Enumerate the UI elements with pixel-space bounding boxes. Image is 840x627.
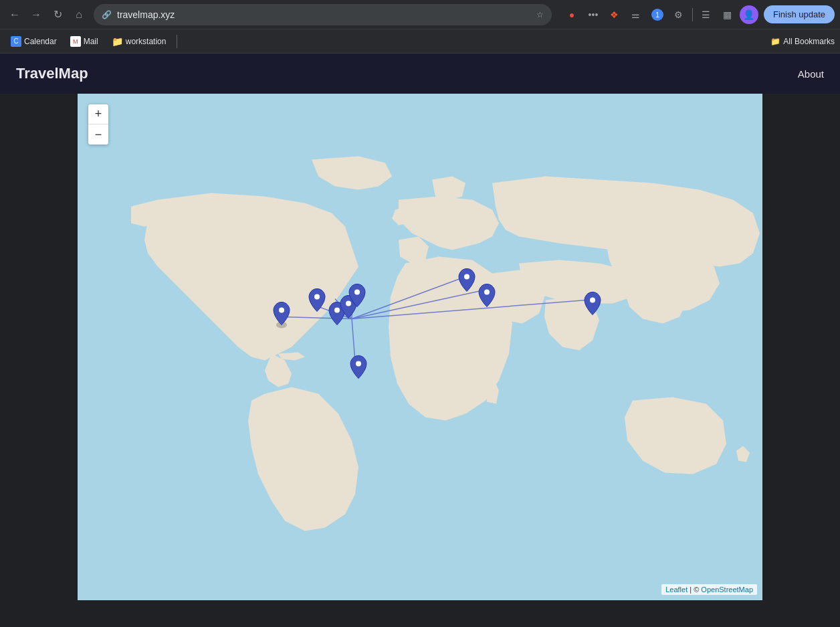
folder-icon-all: 📁 <box>770 37 780 46</box>
app-title: TravelMap <box>16 65 88 82</box>
svg-point-12 <box>334 308 340 313</box>
osm-link[interactable]: OpenStreetMap <box>701 586 753 594</box>
sidebar-icon[interactable]: ▦ <box>718 5 737 24</box>
reload-button[interactable]: ↻ <box>48 5 67 24</box>
map-attribution: Leaflet | © OpenStreetMap <box>661 584 757 595</box>
bookmarks-separator <box>177 35 177 48</box>
profile-avatar[interactable]: 👤 <box>740 5 758 24</box>
svg-point-16 <box>464 274 469 280</box>
zoom-in-button[interactable]: + <box>88 104 108 124</box>
folder-icon: 📁 <box>112 36 123 47</box>
bookmark-workstation[interactable]: 📁 workstation <box>106 33 172 50</box>
brave-icon[interactable]: ❖ <box>605 5 624 24</box>
calendar-label: Calendar <box>24 37 57 46</box>
stack-icon[interactable]: ⚌ <box>627 5 645 24</box>
mail-label: Mail <box>84 37 98 46</box>
bookmark-calendar[interactable]: C Calendar <box>5 33 62 50</box>
separator <box>692 8 693 21</box>
nav-buttons: ← → ↻ ⌂ <box>5 5 88 24</box>
zoom-out-button[interactable]: − <box>88 124 108 145</box>
bookmark-star-icon: ☆ <box>536 10 544 19</box>
svg-point-14 <box>354 290 360 295</box>
finish-update-button[interactable]: Finish update <box>764 5 835 23</box>
url-display: travelmap.xyz <box>117 9 531 20</box>
svg-point-15 <box>356 361 361 367</box>
world-map-svg <box>78 94 762 600</box>
workstation-label: workstation <box>126 37 167 46</box>
about-button[interactable]: About <box>798 68 824 80</box>
svg-point-10 <box>279 308 284 313</box>
forward-button[interactable]: → <box>27 5 45 24</box>
app-header: TravelMap About <box>0 54 840 94</box>
svg-point-18 <box>590 298 595 303</box>
shield-icon[interactable]: ● <box>562 5 581 24</box>
extensions-icon[interactable]: ••• <box>584 5 603 24</box>
browser-bar: ← → ↻ ⌂ 🔗 travelmap.xyz ☆ ● ••• ❖ ⚌ 1 ⚙ … <box>0 0 840 29</box>
toolbar-icons: ● ••• ❖ ⚌ 1 ⚙ ☰ ▦ 👤 <box>562 5 758 24</box>
all-bookmarks-label: All Bookmarks <box>783 37 835 46</box>
svg-point-13 <box>346 301 351 306</box>
bookmarks-bar: C Calendar M Mail 📁 workstation 📁 All Bo… <box>0 29 840 54</box>
calendar-icon: C <box>11 36 21 47</box>
map-container[interactable]: + − Leaflet | © OpenStreetMap <box>78 94 762 600</box>
address-bar[interactable]: 🔗 travelmap.xyz ☆ <box>94 4 552 25</box>
svg-point-17 <box>484 290 490 295</box>
mail-icon: M <box>70 36 81 47</box>
bookmark-mail[interactable]: M Mail <box>65 33 104 50</box>
leaflet-link[interactable]: Leaflet <box>665 586 688 594</box>
map-controls: + − <box>88 104 108 145</box>
settings-icon[interactable]: ☰ <box>697 5 716 24</box>
puzzle-icon[interactable]: ⚙ <box>669 5 688 24</box>
security-icon: 🔗 <box>102 10 112 19</box>
svg-point-11 <box>314 294 320 300</box>
back-button[interactable]: ← <box>5 5 24 24</box>
home-button[interactable]: ⌂ <box>70 5 88 24</box>
notification-icon[interactable]: 1 <box>648 5 667 24</box>
all-bookmarks[interactable]: 📁 All Bookmarks <box>770 37 835 46</box>
